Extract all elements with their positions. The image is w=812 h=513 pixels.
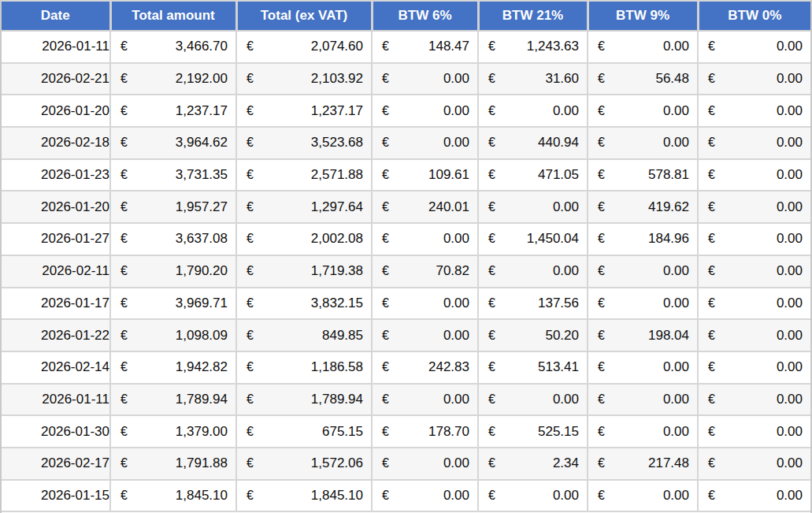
cell-btw-0: €0.00 xyxy=(698,448,810,480)
cell-btw-0: €0.00 xyxy=(698,480,810,512)
currency-symbol: € xyxy=(598,329,605,343)
cell-btw-0: €0.00 xyxy=(698,415,810,448)
column-header-total-amount: Total amount xyxy=(110,2,236,31)
currency-symbol: € xyxy=(708,489,715,503)
currency-symbol: € xyxy=(598,392,605,407)
cell-date: 2026-01-23 xyxy=(2,159,110,191)
currency-symbol: € xyxy=(382,489,389,503)
currency-symbol: € xyxy=(488,489,495,503)
amount-value: 0.00 xyxy=(443,135,469,151)
cell-total-ex-vat: €675.15 xyxy=(236,415,372,448)
cell-total-amount: €1,237.17 xyxy=(110,95,236,127)
amount-value: 1,942.82 xyxy=(176,359,228,375)
currency-symbol: € xyxy=(247,232,254,246)
amount-value: 0.00 xyxy=(663,488,689,504)
currency-symbol: € xyxy=(247,360,254,374)
cell-btw-9: €0.00 xyxy=(588,480,698,512)
table-row: 2026-01-11€1,789.94€1,789.94€0.00€0.00€0… xyxy=(2,384,810,416)
cell-date: 2026-01-30 xyxy=(2,415,110,448)
amount-value: 56.48 xyxy=(655,71,689,87)
currency-symbol: € xyxy=(708,329,715,343)
currency-symbol: € xyxy=(121,296,128,310)
currency-symbol: € xyxy=(598,39,605,54)
amount-value: 0.00 xyxy=(443,488,469,504)
cell-btw-9: €0.00 xyxy=(588,415,698,448)
currency-symbol: € xyxy=(121,168,128,182)
cell-btw-21: €0.00 xyxy=(478,480,588,512)
cell-total-amount: €2,192.00 xyxy=(110,63,236,95)
amount-value: 0.00 xyxy=(553,392,579,407)
amount-value: 217.48 xyxy=(648,455,689,471)
currency-symbol: € xyxy=(382,104,389,118)
cell-total-amount: €1,957.27 xyxy=(110,191,236,223)
amount-value: 2,002.08 xyxy=(311,231,363,247)
amount-value: 3,964.62 xyxy=(176,135,228,151)
cell-btw-6: €0.00 xyxy=(372,319,478,351)
cell-date: 2026-01-20 xyxy=(2,95,110,127)
cell-btw-0: €0.00 xyxy=(698,384,810,416)
currency-symbol: € xyxy=(247,264,254,278)
cell-btw-21: €31.60 xyxy=(478,63,588,95)
amount-value: 3,969.71 xyxy=(176,296,228,311)
cell-btw-9: €0.00 xyxy=(588,288,698,320)
cell-btw-21: €1,450.04 xyxy=(478,223,588,255)
amount-value: 31.60 xyxy=(545,71,579,87)
currency-symbol: € xyxy=(247,489,254,503)
amount-value: 0.00 xyxy=(777,199,803,215)
cell-btw-0: €0.00 xyxy=(698,351,810,384)
currency-symbol: € xyxy=(708,232,715,246)
cell-date: 2026-02-21 xyxy=(2,63,110,95)
cell-total-ex-vat: €1,237.17 xyxy=(236,95,372,127)
currency-symbol: € xyxy=(382,296,389,310)
cell-btw-6: €0.00 xyxy=(372,384,478,416)
currency-symbol: € xyxy=(121,329,128,343)
cell-btw-21: €440.94 xyxy=(478,127,588,159)
amount-value: 675.15 xyxy=(322,424,363,440)
amount-value: 471.05 xyxy=(538,167,579,183)
cell-total-ex-vat: €849.85 xyxy=(236,319,372,351)
column-header-btw-9: BTW 9% xyxy=(588,2,698,31)
amount-value: 1,789.94 xyxy=(176,392,228,407)
cell-btw-6: €148.47 xyxy=(372,31,478,63)
cell-btw-9: €419.62 xyxy=(588,191,698,223)
amount-value: 440.94 xyxy=(538,135,579,151)
currency-symbol: € xyxy=(708,264,715,278)
amount-value: 0.00 xyxy=(553,199,579,215)
currency-symbol: € xyxy=(247,104,254,118)
cell-total-amount: €3,964.62 xyxy=(110,127,236,159)
cell-btw-6: €0.00 xyxy=(372,127,478,159)
amount-value: 0.00 xyxy=(663,135,689,151)
table-row: 2026-02-11€1,790.20€1,719.38€70.82€0.00€… xyxy=(2,255,810,288)
cell-btw-6: €109.61 xyxy=(372,159,478,191)
cell-total-amount: €1,789.94 xyxy=(110,384,236,416)
currency-symbol: € xyxy=(488,200,495,214)
amount-value: 109.61 xyxy=(428,167,469,183)
amount-value: 0.00 xyxy=(777,296,803,311)
currency-symbol: € xyxy=(121,104,128,118)
currency-symbol: € xyxy=(598,425,605,439)
amount-value: 1,845.10 xyxy=(176,488,228,504)
cell-total-ex-vat: €1,186.58 xyxy=(236,351,372,384)
currency-symbol: € xyxy=(382,456,389,470)
amount-value: 0.00 xyxy=(777,455,803,471)
amount-value: 0.00 xyxy=(777,392,803,407)
cell-total-amount: €1,791.88 xyxy=(110,448,236,480)
cell-total-ex-vat: €1,572.06 xyxy=(236,448,372,480)
cell-btw-21: €2.34 xyxy=(478,448,588,480)
amount-value: 3,832.15 xyxy=(311,296,363,311)
cell-btw-21: €525.15 xyxy=(478,415,588,448)
currency-symbol: € xyxy=(708,72,715,86)
cell-btw-0: €0.00 xyxy=(698,95,810,127)
cell-date: 2026-01-11 xyxy=(2,31,110,63)
currency-symbol: € xyxy=(382,72,389,86)
cell-btw-0: €0.00 xyxy=(698,63,810,95)
cell-btw-6: €178.70 xyxy=(372,415,478,448)
amount-value: 1,237.17 xyxy=(176,103,228,119)
currency-symbol: € xyxy=(247,72,254,86)
currency-symbol: € xyxy=(598,360,605,374)
amount-value: 525.15 xyxy=(538,424,579,440)
currency-symbol: € xyxy=(598,104,605,118)
amount-value: 0.00 xyxy=(553,488,579,504)
amount-value: 849.85 xyxy=(322,328,363,344)
amount-value: 1,845.10 xyxy=(311,488,363,504)
